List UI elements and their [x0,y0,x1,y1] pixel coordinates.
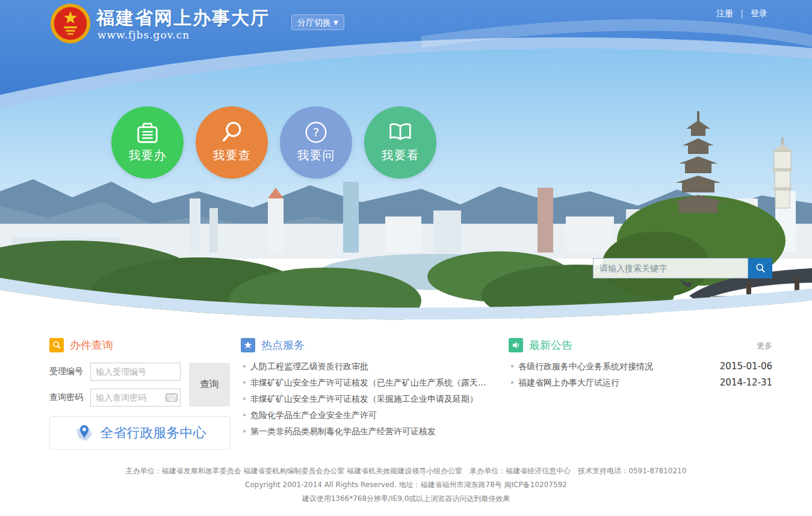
site-title: 福建省网上办事大厅 [96,6,270,31]
page: 福建省网上办事大厅 www.fjbs.gov.cn 分厅切换▼ 注册|登录 我要… [0,0,812,516]
case-query-title: 办件查询 [70,338,113,352]
auth-links: 注册|登录 [716,8,767,19]
banner-search-input[interactable] [593,258,748,278]
bullet-icon [243,398,246,400]
star-badge-icon [241,338,255,352]
site-url: www.fjbs.gov.cn [98,29,190,41]
nav-circle-label: 我要办 [111,147,184,164]
branch-switch-button[interactable]: 分厅切换▼ [291,14,344,30]
hot-services-title: 热点服务 [261,338,305,352]
nav-circle-label: 我要查 [196,147,268,164]
list-item[interactable]: 福建省网上办事大厅试运行 2014-12-31 [509,375,772,391]
search-icon [754,262,766,274]
nav-circle-ask[interactable]: ? 我要问 [280,106,352,179]
bullet-icon [243,430,246,432]
query-password-row: 查询密码 [49,389,181,407]
list-item[interactable]: 非煤矿矿山安全生产许可证核发（采掘施工企业申请及延期） [241,391,506,407]
service-center-button[interactable]: 全省行政服务中心 [49,416,231,450]
acceptance-number-input[interactable] [90,363,181,381]
announcements-list: 各级行政服务中心业务系统对接情况 2015-01-06 福建省网上办事大厅试运行… [509,358,772,391]
question-icon: ? [302,118,330,146]
register-link[interactable]: 注册 [716,8,733,18]
list-item[interactable]: 非煤矿矿山安全生产许可证核发（已生产矿山生产系统（露天... [241,375,506,391]
case-query-header: 办件查询 [49,337,113,353]
list-item[interactable]: 各级行政服务中心业务系统对接情况 2015-01-06 [509,358,772,375]
nav-circle-apply[interactable]: 我要办 [111,106,184,179]
bullet-icon [243,381,246,384]
hot-services-header: 热点服务 [241,337,305,353]
footer-copyright: Copyright 2001-2014 All Rights Reserved.… [0,478,812,492]
auth-divider: | [740,8,743,18]
nav-circle-label: 我要看 [364,147,436,164]
branch-switch-label: 分厅切换 [297,17,331,27]
map-pin-icon [74,423,95,443]
service-center-label: 全省行政服务中心 [101,424,206,442]
list-item[interactable]: 第一类非药品类易制毒化学品生产经营许可证核发 [241,423,506,440]
acceptance-number-label: 受理编号 [49,366,90,377]
announcements-title: 最新公告 [529,338,572,352]
hot-services-list: 人防工程监理乙级资质行政审批 非煤矿矿山安全生产许可证核发（已生产矿山生产系统（… [241,358,506,440]
book-icon [386,118,414,146]
footer-organizers: 主办单位：福建省发展和改革委员会 福建省委机构编制委员会办公室 福建省机关效能建… [0,464,812,478]
bullet-icon [511,381,513,384]
announcement-date: 2014-12-31 [720,375,772,391]
nav-circle-query[interactable]: 我要查 [196,106,268,179]
list-item[interactable]: 人防工程监理乙级资质行政审批 [241,358,506,375]
more-link[interactable]: 更多 [757,340,772,351]
nav-circle-label: 我要问 [280,147,352,164]
svg-text:?: ? [313,125,320,140]
login-link[interactable]: 登录 [751,8,767,18]
announcements-header: 最新公告 [509,337,572,353]
list-item[interactable]: 危险化学品生产企业安全生产许可 [241,407,506,423]
footer-browser-advice: 建议使用1366*768分辨率/IE9.0或以上浏览器访问达到最佳效果 [0,492,812,506]
acceptance-number-row: 受理编号 [49,363,181,381]
query-button[interactable]: 查询 [189,363,230,407]
briefcase-icon [134,118,161,146]
banner-search [593,258,772,278]
query-password-label: 查询密码 [49,392,90,403]
speaker-badge-icon [509,338,523,352]
national-emblem-logo [49,2,92,45]
chevron-down-icon: ▼ [333,16,338,30]
search-icon [218,118,246,146]
announcement-date: 2015-01-06 [720,358,772,375]
bullet-icon [511,365,513,367]
bullet-icon [243,414,246,416]
banner-search-button[interactable] [748,258,772,278]
keyboard-icon[interactable] [166,393,178,402]
nav-circle-read[interactable]: 我要看 [364,106,436,179]
magnifier-badge-icon [49,338,64,352]
footer: 主办单位：福建省发展和改革委员会 福建省委机构编制委员会办公室 福建省机关效能建… [0,464,812,506]
bullet-icon [243,365,246,367]
